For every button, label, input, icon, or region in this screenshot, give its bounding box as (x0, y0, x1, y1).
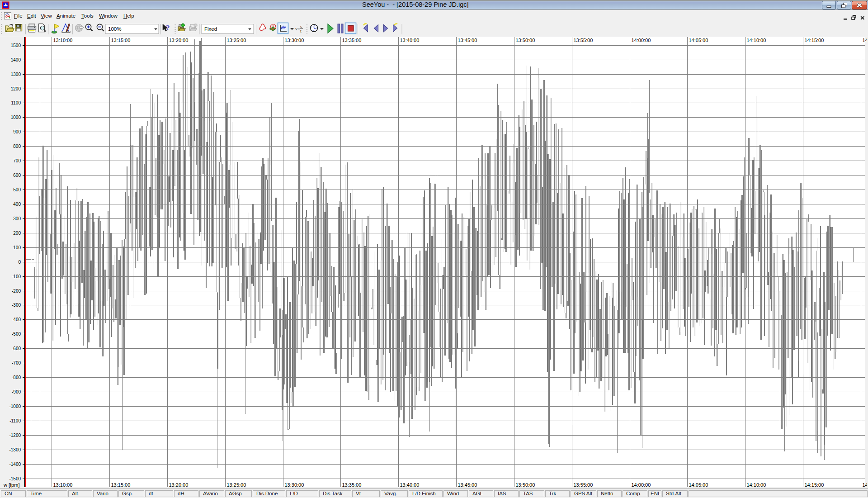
svg-text:13:40:00: 13:40:00 (400, 38, 420, 43)
svg-text:13:20:00: 13:20:00 (169, 482, 189, 488)
svg-text:1100: 1100 (11, 100, 21, 105)
svg-text:-1000: -1000 (9, 404, 21, 409)
svg-text:w [fpm]: w [fpm] (3, 482, 19, 488)
svg-text:-900: -900 (12, 389, 21, 394)
svg-text:500: 500 (13, 187, 21, 192)
svg-text:13:55:00: 13:55:00 (574, 482, 593, 488)
svg-text:-100: -100 (12, 274, 21, 279)
svg-text:13:25:00: 13:25:00 (227, 38, 246, 43)
svg-text:-500: -500 (12, 332, 21, 337)
svg-text:?: ? (166, 24, 170, 32)
svg-text:-200: -200 (12, 289, 21, 294)
svg-text:0: 0 (18, 260, 21, 265)
svg-text:13:45:00: 13:45:00 (458, 482, 477, 488)
svg-text:13:15:00: 13:15:00 (111, 38, 131, 43)
svg-text:13:50:00: 13:50:00 (516, 38, 535, 43)
svg-text:v=: v= (295, 26, 300, 31)
svg-text:-700: -700 (12, 360, 21, 365)
svg-text:200: 200 (13, 231, 21, 236)
svg-text:-300: -300 (12, 303, 21, 308)
svg-text:14:10:00: 14:10:00 (747, 38, 766, 43)
svg-text:-1200: -1200 (9, 433, 21, 438)
svg-text:100: 100 (13, 245, 21, 250)
svg-text:-1300: -1300 (9, 447, 21, 452)
svg-text:14:05:00: 14:05:00 (689, 38, 708, 43)
svg-text:14:15:00: 14:15:00 (805, 38, 824, 43)
svg-text:13:20:00: 13:20:00 (169, 38, 189, 43)
svg-text:800: 800 (13, 144, 21, 149)
svg-text:13:40:00: 13:40:00 (400, 482, 420, 488)
svg-text:13:35:00: 13:35:00 (342, 38, 362, 43)
svg-text:13:15:00: 13:15:00 (111, 482, 131, 488)
svg-text:14:15:00: 14:15:00 (805, 482, 824, 488)
svg-text:14:00:00: 14:00:00 (632, 482, 651, 488)
svg-text:13:30:00: 13:30:00 (285, 38, 304, 43)
svg-text:1200: 1200 (11, 86, 21, 91)
svg-text:1300: 1300 (11, 72, 21, 77)
svg-text:900: 900 (13, 129, 21, 134)
svg-text:-1100: -1100 (9, 418, 21, 423)
svg-text:600: 600 (13, 173, 21, 178)
svg-text:13:25:00: 13:25:00 (227, 482, 246, 488)
svg-text:13:55:00: 13:55:00 (574, 38, 593, 43)
svg-text:-1400: -1400 (9, 462, 21, 467)
svg-text:13:10:00: 13:10:00 (53, 482, 73, 488)
svg-text:1000: 1000 (11, 115, 21, 120)
svg-text:13:10:00: 13:10:00 (53, 38, 73, 43)
svg-text:1500: 1500 (11, 43, 21, 48)
svg-text:13:35:00: 13:35:00 (342, 482, 362, 488)
svg-text:Fixed: Fixed (204, 26, 217, 32)
svg-text:-1500: -1500 (9, 476, 21, 481)
svg-text:700: 700 (13, 158, 21, 163)
svg-text:-400: -400 (12, 317, 21, 322)
svg-text:1400: 1400 (11, 57, 21, 62)
svg-text:13:30:00: 13:30:00 (285, 482, 304, 488)
svg-text:300: 300 (13, 216, 21, 221)
svg-text:100%: 100% (108, 26, 121, 32)
svg-text:-600: -600 (12, 346, 21, 351)
svg-text:13:45:00: 13:45:00 (458, 38, 477, 43)
svg-text:14:00:00: 14:00:00 (632, 38, 651, 43)
svg-text:400: 400 (13, 202, 21, 207)
svg-text:14:10:00: 14:10:00 (747, 482, 766, 488)
svg-text:13:50:00: 13:50:00 (516, 482, 535, 488)
svg-text:14:05:00: 14:05:00 (689, 482, 708, 488)
svg-text:t: t (300, 28, 302, 33)
svg-text:-800: -800 (12, 375, 21, 380)
